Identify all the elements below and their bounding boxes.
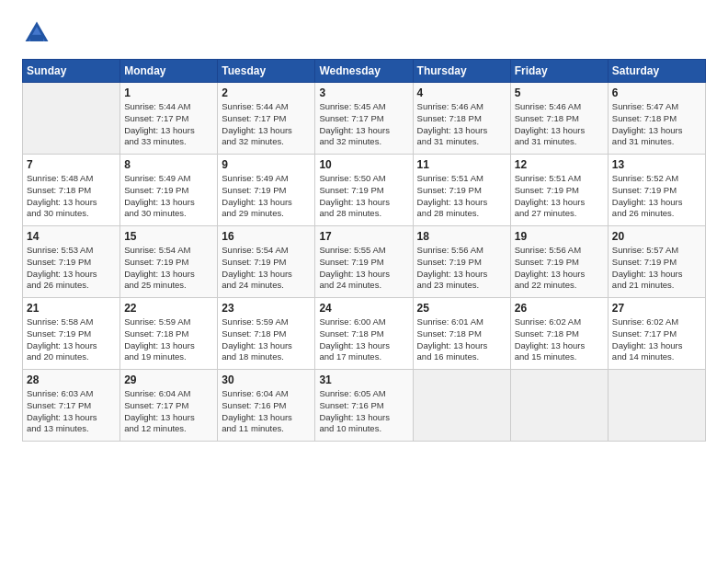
day-info: Sunrise: 6:02 AMSunset: 7:17 PMDaylight:… [612,316,701,363]
calendar-cell: 21Sunrise: 5:58 AMSunset: 7:19 PMDayligh… [23,298,120,370]
calendar-cell: 11Sunrise: 5:51 AMSunset: 7:19 PMDayligh… [413,155,510,226]
logo [22,18,55,48]
calendar-cell: 5Sunrise: 5:46 AMSunset: 7:18 PMDaylight… [510,83,608,155]
day-info: Sunrise: 6:05 AMSunset: 7:16 PMDaylight:… [319,388,408,435]
day-number: 24 [319,302,408,315]
calendar-cell: 22Sunrise: 5:59 AMSunset: 7:18 PMDayligh… [120,298,218,370]
calendar-cell: 23Sunrise: 5:59 AMSunset: 7:18 PMDayligh… [218,298,315,370]
weekday-header-monday: Monday [120,60,218,83]
calendar-cell: 2Sunrise: 5:44 AMSunset: 7:17 PMDaylight… [218,83,315,155]
calendar-cell: 18Sunrise: 5:56 AMSunset: 7:19 PMDayligh… [413,226,510,298]
day-number: 17 [319,230,408,243]
calendar-cell: 12Sunrise: 5:51 AMSunset: 7:19 PMDayligh… [510,155,608,226]
day-number: 2 [222,86,311,99]
day-info: Sunrise: 5:44 AMSunset: 7:17 PMDaylight:… [222,101,311,148]
day-number: 12 [515,158,604,171]
calendar-cell: 8Sunrise: 5:49 AMSunset: 7:19 PMDaylight… [120,155,218,226]
day-info: Sunrise: 5:49 AMSunset: 7:19 PMDaylight:… [222,173,311,220]
day-number: 25 [417,302,506,315]
calendar-cell: 29Sunrise: 6:04 AMSunset: 7:17 PMDayligh… [120,370,218,442]
day-info: Sunrise: 5:47 AMSunset: 7:18 PMDaylight:… [612,101,701,148]
day-number: 4 [417,86,506,99]
calendar-cell [510,370,608,442]
calendar-cell: 9Sunrise: 5:49 AMSunset: 7:19 PMDaylight… [218,155,315,226]
svg-rect-2 [30,35,43,41]
day-number: 8 [124,158,213,171]
calendar-cell: 7Sunrise: 5:48 AMSunset: 7:18 PMDaylight… [23,155,120,226]
calendar-table: SundayMondayTuesdayWednesdayThursdayFrid… [22,59,706,442]
day-info: Sunrise: 5:59 AMSunset: 7:18 PMDaylight:… [222,316,311,363]
day-number: 29 [124,373,213,386]
day-number: 14 [27,230,116,243]
calendar-cell: 28Sunrise: 6:03 AMSunset: 7:17 PMDayligh… [23,370,120,442]
calendar-cell: 1Sunrise: 5:44 AMSunset: 7:17 PMDaylight… [120,83,218,155]
week-row-5: 28Sunrise: 6:03 AMSunset: 7:17 PMDayligh… [23,370,706,442]
calendar-cell: 31Sunrise: 6:05 AMSunset: 7:16 PMDayligh… [315,370,413,442]
calendar-cell: 19Sunrise: 5:56 AMSunset: 7:19 PMDayligh… [510,226,608,298]
weekday-header-wednesday: Wednesday [315,60,413,83]
day-info: Sunrise: 5:54 AMSunset: 7:19 PMDaylight:… [222,245,311,292]
calendar-cell: 17Sunrise: 5:55 AMSunset: 7:19 PMDayligh… [315,226,413,298]
day-number: 9 [222,158,311,171]
weekday-header-thursday: Thursday [413,60,510,83]
weekday-header-tuesday: Tuesday [218,60,315,83]
day-number: 26 [515,302,604,315]
day-info: Sunrise: 5:45 AMSunset: 7:17 PMDaylight:… [319,101,408,148]
day-number: 20 [612,230,701,243]
day-number: 22 [124,302,213,315]
calendar-cell: 13Sunrise: 5:52 AMSunset: 7:19 PMDayligh… [608,155,705,226]
day-number: 13 [612,158,701,171]
week-row-3: 14Sunrise: 5:53 AMSunset: 7:19 PMDayligh… [23,226,706,298]
day-info: Sunrise: 6:02 AMSunset: 7:18 PMDaylight:… [515,316,604,363]
calendar-cell: 30Sunrise: 6:04 AMSunset: 7:16 PMDayligh… [218,370,315,442]
calendar-cell: 4Sunrise: 5:46 AMSunset: 7:18 PMDaylight… [413,83,510,155]
weekday-header-friday: Friday [510,60,608,83]
calendar-cell: 14Sunrise: 5:53 AMSunset: 7:19 PMDayligh… [23,226,120,298]
day-info: Sunrise: 6:03 AMSunset: 7:17 PMDaylight:… [27,388,116,435]
calendar-cell [608,370,705,442]
calendar-cell [23,83,120,155]
calendar-cell: 6Sunrise: 5:47 AMSunset: 7:18 PMDaylight… [608,83,705,155]
day-number: 5 [515,86,604,99]
calendar-cell: 20Sunrise: 5:57 AMSunset: 7:19 PMDayligh… [608,226,705,298]
day-info: Sunrise: 5:50 AMSunset: 7:19 PMDaylight:… [319,173,408,220]
header-area [22,18,706,48]
day-info: Sunrise: 5:51 AMSunset: 7:19 PMDaylight:… [417,173,506,220]
day-number: 31 [319,373,408,386]
day-number: 10 [319,158,408,171]
day-info: Sunrise: 5:55 AMSunset: 7:19 PMDaylight:… [319,245,408,292]
calendar-cell: 10Sunrise: 5:50 AMSunset: 7:19 PMDayligh… [315,155,413,226]
day-number: 1 [124,86,213,99]
day-info: Sunrise: 6:01 AMSunset: 7:18 PMDaylight:… [417,316,506,363]
calendar-cell [413,370,510,442]
day-info: Sunrise: 6:04 AMSunset: 7:17 PMDaylight:… [124,388,213,435]
day-info: Sunrise: 5:56 AMSunset: 7:19 PMDaylight:… [417,245,506,292]
calendar-cell: 27Sunrise: 6:02 AMSunset: 7:17 PMDayligh… [608,298,705,370]
day-number: 18 [417,230,506,243]
day-number: 23 [222,302,311,315]
day-info: Sunrise: 6:00 AMSunset: 7:18 PMDaylight:… [319,316,408,363]
day-info: Sunrise: 5:57 AMSunset: 7:19 PMDaylight:… [612,245,701,292]
weekday-header-sunday: Sunday [23,60,120,83]
calendar-cell: 25Sunrise: 6:01 AMSunset: 7:18 PMDayligh… [413,298,510,370]
day-number: 11 [417,158,506,171]
calendar-page: SundayMondayTuesdayWednesdayThursdayFrid… [0,0,728,456]
day-number: 27 [612,302,701,315]
day-number: 6 [612,86,701,99]
day-number: 19 [515,230,604,243]
day-info: Sunrise: 5:52 AMSunset: 7:19 PMDaylight:… [612,173,701,220]
day-number: 16 [222,230,311,243]
calendar-cell: 26Sunrise: 6:02 AMSunset: 7:18 PMDayligh… [510,298,608,370]
day-number: 7 [27,158,116,171]
day-info: Sunrise: 5:49 AMSunset: 7:19 PMDaylight:… [124,173,213,220]
week-row-1: 1Sunrise: 5:44 AMSunset: 7:17 PMDaylight… [23,83,706,155]
day-info: Sunrise: 5:46 AMSunset: 7:18 PMDaylight:… [417,101,506,148]
week-row-4: 21Sunrise: 5:58 AMSunset: 7:19 PMDayligh… [23,298,706,370]
day-info: Sunrise: 5:48 AMSunset: 7:18 PMDaylight:… [27,173,116,220]
day-info: Sunrise: 5:44 AMSunset: 7:17 PMDaylight:… [124,101,213,148]
weekday-header-saturday: Saturday [608,60,705,83]
day-number: 21 [27,302,116,315]
day-info: Sunrise: 5:53 AMSunset: 7:19 PMDaylight:… [27,245,116,292]
day-info: Sunrise: 6:04 AMSunset: 7:16 PMDaylight:… [222,388,311,435]
day-number: 28 [27,373,116,386]
